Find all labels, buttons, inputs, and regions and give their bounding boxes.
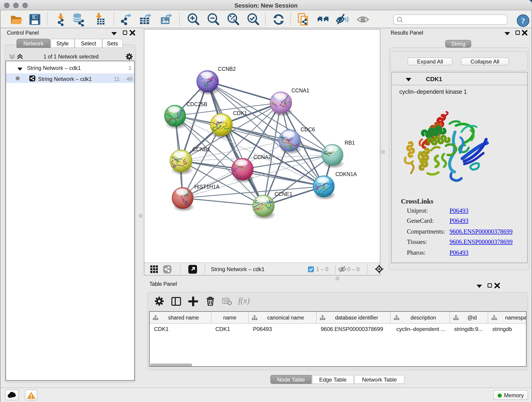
svg-text:CCNA2: CCNA2 [253,154,271,160]
svg-text:CCNA1: CCNA1 [291,88,309,94]
svg-text:CDKN1A: CDKN1A [336,171,357,177]
svg-text:CDC6: CDC6 [301,127,315,133]
svg-text:CCNB2: CCNB2 [218,66,236,72]
svg-text:CDK1: CDK1 [233,110,247,116]
svg-text:CDC25B: CDC25B [186,101,207,107]
svg-text:CCNE1: CCNE1 [274,191,292,197]
svg-text:?: ? [521,17,525,25]
svg-text:RB1: RB1 [345,140,355,146]
svg-text:HIST1H1A: HIST1H1A [194,184,220,190]
svg-text:CCNB1: CCNB1 [192,147,210,153]
